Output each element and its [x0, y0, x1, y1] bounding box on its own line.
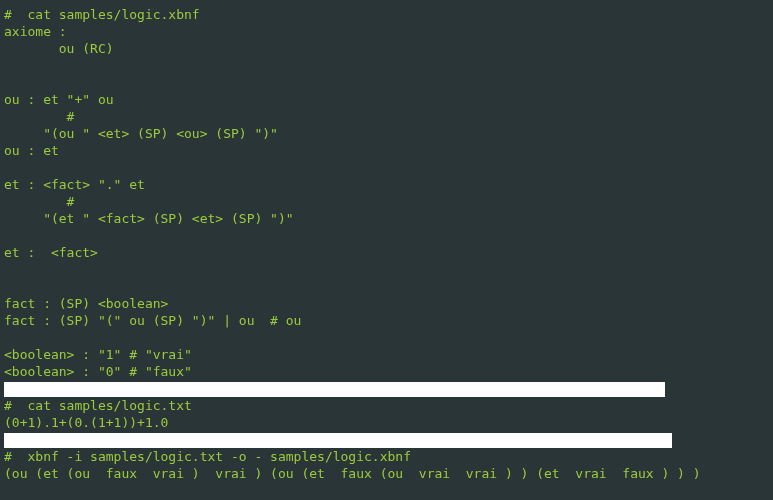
- terminal-line: # xbnf -i samples/logic.txt -o - samples…: [4, 448, 769, 465]
- terminal-output: # cat samples/logic.xbnfaxiome : ou (RC)…: [0, 0, 773, 486]
- terminal-line: fact : (SP) "(" ou (SP) ")" | ou # ou: [4, 312, 769, 329]
- terminal-line: # cat samples/logic.txt: [4, 397, 769, 414]
- terminal-line: # cat samples/logic.xbnf: [4, 6, 769, 23]
- terminal-line: [4, 57, 769, 74]
- terminal-line: (0+1).1+(0.(1+1))+1.0: [4, 414, 769, 431]
- terminal-line: axiome :: [4, 23, 769, 40]
- terminal-line: "(ou " <et> (SP) <ou> (SP) ")": [4, 125, 769, 142]
- terminal-line: ou (RC): [4, 40, 769, 57]
- terminal-line: <boolean> : "0" # "faux": [4, 363, 769, 380]
- terminal-line: ou : et "+" ou: [4, 91, 769, 108]
- terminal-line: [4, 329, 769, 346]
- terminal-line: [4, 261, 769, 278]
- terminal-line: <boolean> : "1" # "vrai": [4, 346, 769, 363]
- terminal-line: fact : (SP) <boolean>: [4, 295, 769, 312]
- terminal-line: [4, 278, 769, 295]
- terminal-line: (ou (et (ou faux vrai ) vrai ) (ou (et f…: [4, 465, 769, 482]
- terminal-line: [4, 159, 769, 176]
- terminal-line: [4, 74, 769, 91]
- terminal-line: [4, 227, 769, 244]
- terminal-line: #: [4, 108, 769, 125]
- highlight-bar-1: [4, 380, 769, 397]
- terminal-line: ou : et: [4, 142, 769, 159]
- terminal-line: #: [4, 193, 769, 210]
- terminal-line: "(et " <fact> (SP) <et> (SP) ")": [4, 210, 769, 227]
- highlight-bar-2: [4, 431, 769, 448]
- terminal-line: et : <fact>: [4, 244, 769, 261]
- terminal-line: et : <fact> "." et: [4, 176, 769, 193]
